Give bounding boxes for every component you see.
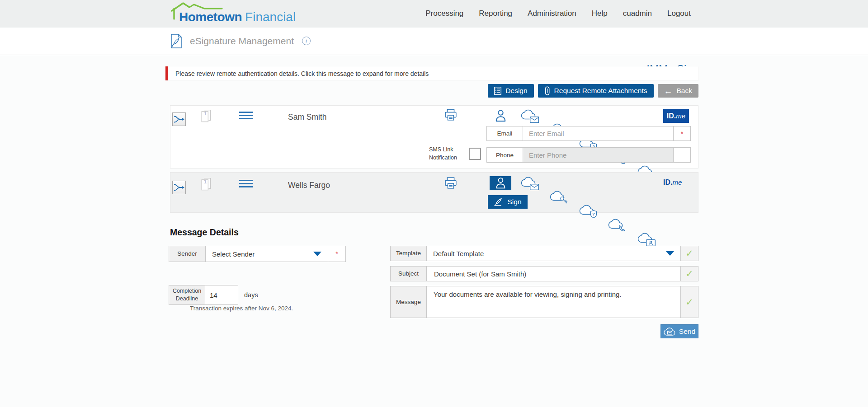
expiration-note: Transaction expires after Nov 6, 2024. <box>190 305 293 312</box>
back-button-label: Back <box>677 87 692 95</box>
page-count-indicator: 1 <box>200 176 212 191</box>
merge-signer-button[interactable] <box>172 112 186 126</box>
idme-label-italic: me <box>672 178 682 186</box>
idme-label-italic: me <box>676 112 685 120</box>
request-remote-attachments-label: Request Remote Attachments <box>554 87 647 95</box>
esignature-document-icon <box>170 34 183 48</box>
back-arrow-icon: ← <box>664 87 673 95</box>
template-field-group: Template Default Template ✓ <box>390 246 698 261</box>
send-button[interactable]: Send <box>660 324 698 338</box>
id-card-icon <box>646 239 656 246</box>
recipient-row-wells-fargo: 1 Wells Fargo ID.me <box>170 172 698 213</box>
subject-input[interactable] <box>427 267 680 281</box>
auth-challenge-question-icon[interactable] <box>579 204 597 218</box>
design-button-label: Design <box>505 87 527 95</box>
auth-idme-button[interactable]: ID.me <box>663 178 682 187</box>
remote-auth-alert[interactable]: Please review remote authentication deta… <box>165 66 698 80</box>
merge-arrow-icon <box>173 182 185 193</box>
auth-idme-button-selected[interactable]: ID.me <box>663 109 689 123</box>
nav-administration[interactable]: Administration <box>528 9 576 18</box>
phone-label: Phone <box>487 148 523 162</box>
template-label: Template <box>391 246 427 261</box>
send-button-label: Send <box>679 327 695 336</box>
auth-inperson-icon-selected[interactable] <box>490 176 511 190</box>
message-valid-check-icon: ✓ <box>680 286 698 318</box>
subject-field-group: Subject ✓ <box>390 266 698 281</box>
nav-user-cuadmin[interactable]: cuadmin <box>623 9 652 18</box>
template-valid-check-icon: ✓ <box>680 246 698 261</box>
nav-logout[interactable]: Logout <box>667 9 691 18</box>
auth-inperson-icon[interactable] <box>491 109 509 123</box>
subject-valid-check-icon: ✓ <box>680 267 698 281</box>
page-count-value: 1 <box>202 179 208 184</box>
reorder-handle-icon[interactable] <box>239 112 253 121</box>
email-label: Email <box>487 126 523 140</box>
message-details-heading: Message Details <box>170 227 239 238</box>
template-select[interactable]: Default Template <box>427 246 680 261</box>
completion-deadline-label: Completion Deadline <box>169 285 205 305</box>
cloud-send-icon <box>664 327 675 336</box>
design-doc-icon <box>494 87 501 95</box>
deadline-label-line1: Completion <box>173 287 201 295</box>
sender-select-value: Select Sender <box>212 250 255 258</box>
merge-arrow-icon <box>173 113 185 125</box>
brand-text: HometownFinancial <box>179 10 296 24</box>
hometown-financial-logo: HometownFinancial <box>171 0 288 28</box>
email-required-mark: * <box>673 126 690 140</box>
back-button[interactable]: ← Back <box>658 84 698 98</box>
shield-question-icon <box>590 210 597 218</box>
nav-reporting[interactable]: Reporting <box>479 9 512 18</box>
sender-label: Sender <box>169 246 206 262</box>
sender-required-mark: * <box>328 246 345 262</box>
auth-phone-icon[interactable] <box>608 218 626 232</box>
nav-processing[interactable]: Processing <box>425 9 463 18</box>
sender-select[interactable]: Select Sender <box>206 246 328 262</box>
page-count-indicator: 1 <box>200 108 212 123</box>
message-textarea[interactable]: Your documents are available for viewing… <box>427 286 680 318</box>
phone-end-cell <box>673 148 690 162</box>
phone-field-group: Phone <box>486 147 691 163</box>
sms-link-notification-checkbox[interactable] <box>469 148 481 160</box>
person-icon <box>494 109 508 123</box>
esignature-management-screen: HometownFinancial Processing Reporting A… <box>0 0 868 407</box>
merge-signer-button[interactable] <box>172 181 186 194</box>
printer-icon[interactable] <box>444 108 457 121</box>
nav-help[interactable]: Help <box>592 9 608 18</box>
reorder-handle-icon[interactable] <box>239 180 253 189</box>
sms-label-line1: SMS Link <box>429 145 468 154</box>
page-title: eSignature Management <box>190 36 294 47</box>
email-input[interactable] <box>523 126 673 140</box>
completion-deadline-input[interactable] <box>205 285 238 305</box>
request-remote-attachments-button[interactable]: Request Remote Attachments <box>538 84 654 98</box>
printer-icon[interactable] <box>444 177 457 189</box>
sms-label-line2: Notification <box>429 154 468 162</box>
person-icon <box>494 177 507 190</box>
recipient-name: Wells Fargo <box>288 181 330 190</box>
auth-id-verification-icon[interactable] <box>637 232 656 246</box>
recipient-row-sam-smith: 1 Sam Smith ID.me <box>170 105 698 168</box>
envelope-icon <box>530 117 539 123</box>
quill-pen-icon <box>494 197 504 206</box>
subject-label: Subject <box>391 267 427 281</box>
sign-button[interactable]: Sign <box>488 195 528 209</box>
deadline-unit-label: days <box>244 285 258 305</box>
top-bar: HometownFinancial Processing Reporting A… <box>0 0 868 28</box>
auth-password-icon[interactable] <box>550 190 568 204</box>
deadline-label-line2: Deadline <box>176 295 198 303</box>
envelope-icon <box>530 184 539 190</box>
sub-header: eSignature Management i IMM eSign <box>0 28 868 55</box>
template-select-value: Default Template <box>433 250 484 257</box>
idme-label-bold: ID. <box>663 178 672 186</box>
design-button[interactable]: Design <box>488 84 533 98</box>
auth-email-icon[interactable] <box>521 176 539 190</box>
key-icon <box>560 196 568 204</box>
alert-text: Please review remote authentication deta… <box>175 70 429 77</box>
phone-input <box>523 148 673 162</box>
info-icon[interactable]: i <box>302 37 311 45</box>
phone-handset-icon <box>618 225 626 232</box>
message-field-group: Message Your documents are available for… <box>390 286 698 318</box>
message-label: Message <box>391 286 427 318</box>
sender-field-group: Sender Select Sender * <box>169 246 346 262</box>
auth-email-icon[interactable] <box>521 109 539 123</box>
chevron-down-icon <box>313 252 321 256</box>
